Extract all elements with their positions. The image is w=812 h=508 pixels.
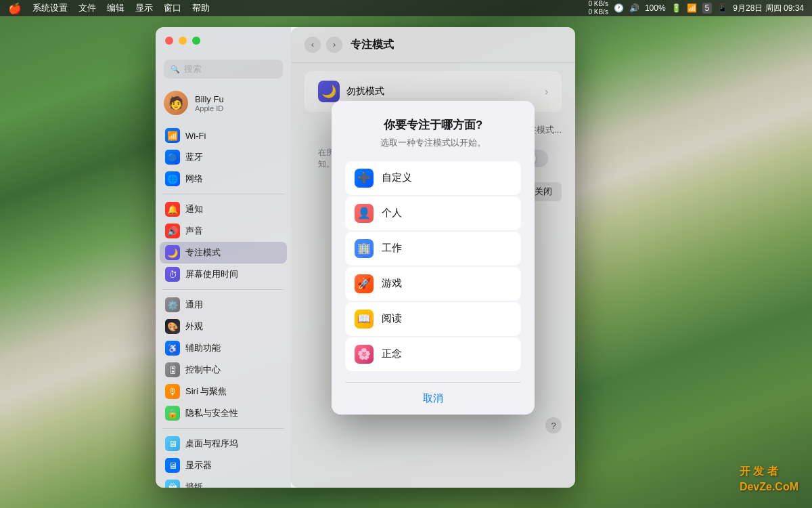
games-icon: 🚀 xyxy=(355,274,374,293)
sound-icon: 🔊 xyxy=(165,224,180,238)
modal-footer: 取消 xyxy=(345,382,521,415)
notification-icon: 🔔 xyxy=(165,202,180,217)
sidebar-label-desktop: 桌面与程序坞 xyxy=(185,438,238,450)
menubar: 🍎 系统设置 文件 编辑 显示 窗口 帮助 0 KB/s0 KB/s 🕐 🔊 1… xyxy=(0,0,812,16)
sidebar-label-general: 通用 xyxy=(185,299,203,311)
menubar-item-view[interactable]: 显示 xyxy=(135,2,153,14)
privacy-icon: 🔒 xyxy=(165,406,180,421)
sidebar-item-accessibility[interactable]: ♿ 辅助功能 xyxy=(160,337,287,359)
screentime-icon: ⏱ xyxy=(165,267,180,282)
user-profile[interactable]: 🧑 Billy Fu Apple ID xyxy=(156,84,291,125)
modal-item-reading[interactable]: 📖 阅读 xyxy=(345,302,521,336)
sidebar-item-screentime[interactable]: ⏱ 屏幕使用时间 xyxy=(160,263,287,285)
sidebar-scroll: 📶 Wi-Fi 🔵 蓝牙 🌐 网络 🔔 通知 xyxy=(156,125,291,488)
modal-item-label-reading: 阅读 xyxy=(382,312,402,325)
sidebar-item-privacy[interactable]: 🔒 隐私与安全性 xyxy=(160,402,287,424)
modal-item-label-games: 游戏 xyxy=(382,277,402,290)
sidebar-label-accessibility: 辅助功能 xyxy=(185,342,221,354)
mindfulness-icon: 🌸 xyxy=(355,345,374,364)
sidebar-label-bluetooth: 蓝牙 xyxy=(185,151,203,163)
desktop-icon: 🖥 xyxy=(165,436,180,451)
work-icon: 🏢 xyxy=(355,239,374,258)
bluetooth-icon: 🔵 xyxy=(165,150,180,165)
sidebar-label-network: 网络 xyxy=(185,173,203,185)
battery-icon: 🔋 xyxy=(671,3,681,13)
modal-overlay: 你要专注于哪方面? 选取一种专注模式以开始。 ➕ 自定义 👤 个人 xyxy=(291,27,575,488)
menubar-item-sysprefs[interactable]: 系统设置 xyxy=(32,2,68,14)
sidebar-item-sound[interactable]: 🔊 声音 xyxy=(160,220,287,242)
sim-icon: 📱 xyxy=(717,3,727,13)
user-name: Billy Fu xyxy=(195,94,224,104)
menubar-item-window[interactable]: 窗口 xyxy=(164,2,181,14)
network-icon: 🌐 xyxy=(165,171,180,186)
modal-item-mindfulness[interactable]: 🌸 正念 xyxy=(345,337,521,371)
menubar-right: 0 KB/s0 KB/s 🕐 🔊 100% 🔋 📶 5 📱 9月28日 周四 0… xyxy=(588,0,804,16)
traffic-lights xyxy=(165,37,200,45)
custom-icon: ➕ xyxy=(355,169,374,188)
sidebar-section-desktop: 🖥 桌面与程序坞 🖥 显示器 🏔 墙纸 🌟 屏幕保护程序 🔋 电池 xyxy=(156,433,291,488)
sidebar-section-network: 📶 Wi-Fi 🔵 蓝牙 🌐 网络 xyxy=(156,125,291,190)
modal-item-custom[interactable]: ➕ 自定义 xyxy=(345,161,521,195)
sidebar-item-display[interactable]: 🖥 显示器 xyxy=(160,454,287,476)
five-icon: 5 xyxy=(702,3,713,14)
battery-percent: 100% xyxy=(645,3,666,13)
datetime: 9月28日 周四 09:34 xyxy=(733,3,804,14)
apple-logo-icon[interactable]: 🍎 xyxy=(8,2,22,15)
sidebar: 🔍 搜索 🧑 Billy Fu Apple ID 📶 Wi-Fi 🔵 蓝牙 xyxy=(156,27,291,488)
sidebar-item-desktop[interactable]: 🖥 桌面与程序坞 xyxy=(160,433,287,454)
siri-icon: 🎙 xyxy=(165,384,180,399)
sidebar-item-notification[interactable]: 🔔 通知 xyxy=(160,198,287,220)
close-button-traffic[interactable] xyxy=(165,37,173,45)
sidebar-label-appearance: 外观 xyxy=(185,320,203,333)
sidebar-label-wifi: Wi-Fi xyxy=(185,131,206,141)
sysprefs-window: 🔍 搜索 🧑 Billy Fu Apple ID 📶 Wi-Fi 🔵 蓝牙 xyxy=(156,27,575,488)
general-icon: ⚙️ xyxy=(165,297,180,312)
sidebar-item-network[interactable]: 🌐 网络 xyxy=(160,168,287,190)
modal-item-label-personal: 个人 xyxy=(382,207,402,219)
clock-menubar-icon: 🕐 xyxy=(614,3,624,13)
maximize-button-traffic[interactable] xyxy=(192,37,200,45)
menubar-item-edit[interactable]: 编辑 xyxy=(107,2,125,14)
sidebar-item-focus[interactable]: 🌙 专注模式 xyxy=(160,242,287,263)
sidebar-label-control: 控制中心 xyxy=(185,364,221,376)
focus-icon: 🌙 xyxy=(165,245,180,260)
modal-item-work[interactable]: 🏢 工作 xyxy=(345,232,521,266)
reading-icon: 📖 xyxy=(355,310,374,329)
accessibility-icon: ♿ xyxy=(165,341,180,356)
modal-cancel-button[interactable]: 取消 xyxy=(345,383,521,415)
search-bar[interactable]: 🔍 搜索 xyxy=(164,60,283,79)
sidebar-label-focus: 专注模式 xyxy=(185,247,221,259)
modal-title: 你要专注于哪方面? xyxy=(345,117,521,133)
sidebar-label-siri: Siri 与聚焦 xyxy=(185,385,227,398)
sidebar-label-privacy: 隐私与安全性 xyxy=(185,407,238,419)
user-info: Billy Fu Apple ID xyxy=(195,94,224,112)
sidebar-item-general[interactable]: ⚙️ 通用 xyxy=(160,294,287,316)
sidebar-section-general: ⚙️ 通用 🎨 外观 ♿ 辅助功能 🎛 控制中心 🎙 Siri 与聚焦 xyxy=(156,294,291,424)
volume-icon[interactable]: 🔊 xyxy=(629,3,639,13)
watermark: 开 发 者DevZe.CoM xyxy=(740,464,798,494)
minimize-button-traffic[interactable] xyxy=(179,37,187,45)
sidebar-item-bluetooth[interactable]: 🔵 蓝牙 xyxy=(160,146,287,168)
sidebar-divider-2 xyxy=(162,289,284,290)
sidebar-item-wallpaper[interactable]: 🏔 墙纸 xyxy=(160,476,287,488)
display-icon: 🖥 xyxy=(165,458,180,473)
modal-item-personal[interactable]: 👤 个人 xyxy=(345,196,521,230)
search-icon: 🔍 xyxy=(171,65,180,74)
wifi-icon: 📶 xyxy=(165,128,180,143)
modal-item-label-mindfulness: 正念 xyxy=(382,347,402,360)
modal-item-games[interactable]: 🚀 游戏 xyxy=(345,267,521,301)
watermark-text: 开 发 者DevZe.CoM xyxy=(740,465,798,492)
apple-id-label: Apple ID xyxy=(195,104,224,112)
sidebar-item-wifi[interactable]: 📶 Wi-Fi xyxy=(160,125,287,146)
personal-icon: 👤 xyxy=(355,204,374,223)
sidebar-item-appearance[interactable]: 🎨 外观 xyxy=(160,316,287,337)
modal-dialog: 你要专注于哪方面? 选取一种专注模式以开始。 ➕ 自定义 👤 个人 xyxy=(332,101,535,415)
sidebar-item-control[interactable]: 🎛 控制中心 xyxy=(160,359,287,381)
wifi-menubar-icon[interactable]: 📶 xyxy=(687,3,697,13)
menubar-item-file[interactable]: 文件 xyxy=(78,2,96,14)
menubar-item-help[interactable]: 帮助 xyxy=(192,2,210,14)
modal-item-label-work: 工作 xyxy=(382,242,402,255)
sidebar-item-siri[interactable]: 🎙 Siri 与聚焦 xyxy=(160,381,287,402)
control-icon: 🎛 xyxy=(165,362,180,377)
search-input[interactable]: 搜索 xyxy=(184,63,202,75)
